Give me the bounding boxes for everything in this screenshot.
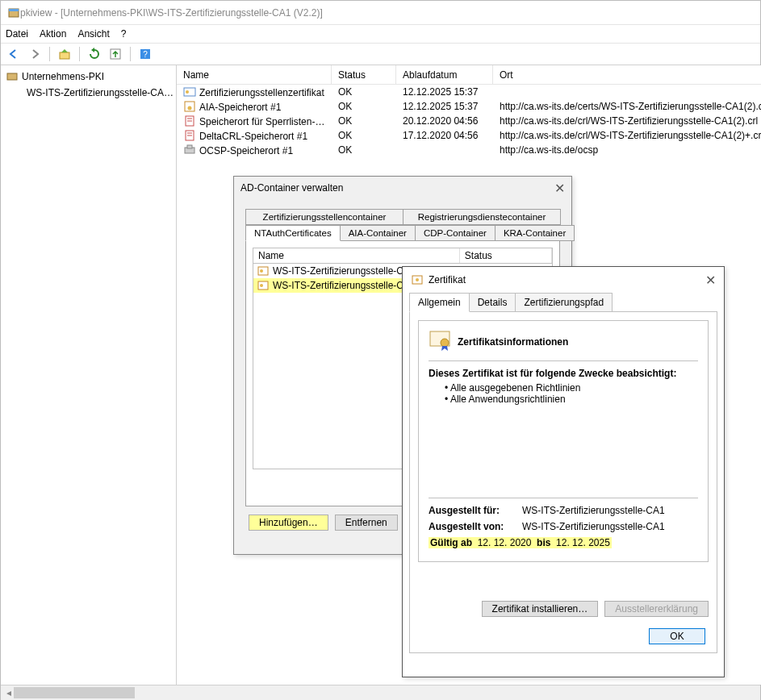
cert-tab-details[interactable]: Details [469,293,516,312]
cert-purpose-heading: Dieses Zertifikat ist für folgende Zweck… [429,368,698,379]
tab-kra[interactable]: KRA-Container [495,225,575,241]
forward-button[interactable] [25,45,44,63]
remove-button[interactable]: Entfernen [335,515,398,531]
inner-col-name[interactable]: Name [253,248,460,263]
aia-icon [183,100,196,113]
tab-aia[interactable]: AIA-Container [340,225,416,241]
ocsp-icon [183,144,196,156]
menubar: Datei Aktion Ansicht ? [1,25,760,43]
svg-text:?: ? [143,50,148,59]
list-row[interactable]: OCSP-Speicherort #1 OK http://ca.ws-its.… [177,143,761,157]
tree-hscrollbar[interactable]: ◂ [4,686,176,699]
svg-point-24 [260,284,263,287]
back-button[interactable] [4,45,23,63]
menu-aktion[interactable]: Aktion [40,28,66,40]
cert-dialog-title: Zertifikat [429,274,466,285]
tab-cdp[interactable]: CDP-Container [415,225,495,241]
svg-point-10 [186,90,189,94]
valid-to-label: bis [537,537,550,548]
close-icon[interactable]: ✕ [705,273,716,288]
svg-rect-1 [9,9,19,11]
svg-point-22 [260,269,263,273]
install-cert-button[interactable]: Zertifikat installieren… [482,601,599,617]
cert-tab-general[interactable]: Allgemein [409,293,470,312]
list-row[interactable]: Speicherort für Sperrlisten-… OK 20.12.2… [177,114,761,128]
refresh-button[interactable] [85,45,104,63]
menu-help[interactable]: ? [121,28,127,40]
certificate-icon [411,273,424,286]
tab-ca-container[interactable]: Zertifizierungsstellencontainer [245,209,403,225]
certificate-dialog: Zertifikat ✕ Allgemein Details Zertifizi… [402,266,725,677]
cert-small-icon [257,265,270,277]
svg-rect-2 [60,52,69,59]
cert-dialog-titlebar: Zertifikat ✕ [403,267,724,293]
tab-ntauth[interactable]: NTAuthCertificates [245,225,341,241]
list-row[interactable]: Zertifizierungsstellenzertifikat OK 12.1… [177,85,761,99]
menu-ansicht[interactable]: Ansicht [77,28,109,40]
cert-icon [183,85,196,98]
tree-child-label: WS-ITS-Zertifizierungsstelle-CA… [27,87,174,98]
window-title: pkiview - [Unternehmens-PKI\WS-ITS-Zerti… [20,7,323,19]
help-button[interactable]: ? [136,45,155,63]
cert-general-panel: Zertifikatsinformationen Dieses Zertifik… [409,311,717,653]
col-loc[interactable]: Ort [493,65,761,84]
cert-purpose-list: Alle ausgegebenen Richtlinien Alle Anwen… [445,382,698,405]
svg-rect-20 [187,145,192,148]
cert-tab-path[interactable]: Zertifizierungspfad [515,293,613,312]
tree-pane: Unternehmens-PKI WS-ITS-Zertifizierungss… [1,65,177,685]
app-icon [7,6,20,19]
svg-point-28 [441,339,449,347]
issued-to-label: Ausgestellt für: [429,505,517,516]
valid-from-value: 12. 12. 2020 [478,537,532,548]
ad-dialog-titlebar: AD-Container verwalten ✕ [234,177,571,199]
issuer-statement-button: Ausstellererklärung [604,601,709,617]
menu-datei[interactable]: Datei [6,28,28,40]
tree-child[interactable]: WS-ITS-Zertifizierungsstelle-CA… [1,85,176,101]
issued-to-value: WS-ITS-Zertifizierungsstelle-CA1 [522,505,665,516]
tab-enrollment-container[interactable]: Registrierungsdienstecontainer [403,209,561,225]
list-header: Name Status Ablaufdatum Ort [177,65,761,85]
tree-root[interactable]: Unternehmens-PKI [1,69,176,85]
close-icon[interactable]: ✕ [554,181,565,196]
valid-to-value: 12. 12. 2025 [556,537,610,548]
inner-col-status[interactable]: Status [460,248,552,263]
up-button[interactable] [55,45,74,63]
svg-point-12 [188,106,192,110]
cert-ribbon-icon [429,329,451,354]
col-status[interactable]: Status [332,65,396,84]
inner-list-header: Name Status [253,248,553,263]
list-row[interactable]: AIA-Speicherort #1 OK 12.12.2025 15:37 h… [177,99,761,114]
pki-icon [6,70,19,83]
titlebar: pkiview - [Unternehmens-PKI\WS-ITS-Zerti… [1,1,760,25]
cert-small-icon [257,279,270,292]
valid-from-label: Gültig ab [430,537,472,548]
col-name[interactable]: Name [177,65,332,84]
svg-rect-6 [7,73,17,80]
svg-point-26 [416,278,419,281]
validity-highlight: Gültig ab 12. 12. 2020 bis 12. 12. 2025 [429,537,612,548]
issued-by-label: Ausgestellt von: [429,521,517,532]
crl-icon [183,115,196,127]
export-button[interactable] [106,45,125,63]
deltacrl-icon [183,129,196,142]
issued-by-value: WS-ITS-Zertifizierungsstelle-CA1 [522,521,665,532]
tree-root-label: Unternehmens-PKI [22,71,104,82]
list-row[interactable]: DeltaCRL-Speicherort #1 OK 17.12.2020 04… [177,128,761,143]
toolbar: ? [1,43,760,65]
cert-info-heading: Zertifikatsinformationen [458,336,568,348]
add-button[interactable]: Hinzufügen… [249,515,328,531]
ok-button[interactable]: OK [649,628,705,644]
col-date[interactable]: Ablaufdatum [396,65,493,84]
main-window: pkiview - [Unternehmens-PKI\WS-ITS-Zerti… [0,0,761,700]
cert-infobox: Zertifikatsinformationen Dieses Zertifik… [418,320,709,562]
ad-dialog-title: AD-Container verwalten [240,182,343,194]
